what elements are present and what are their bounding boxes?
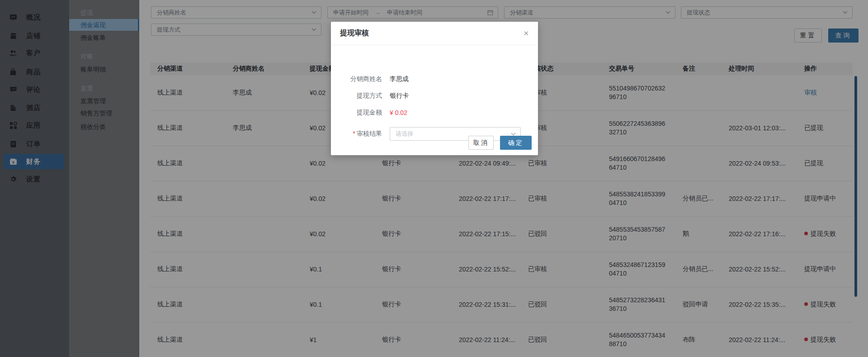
withdraw-method-value: 银行卡 <box>390 92 409 100</box>
distributor-name-label: 分销商姓名 <box>331 75 382 83</box>
withdraw-method-label: 提现方式 <box>331 92 382 100</box>
distributor-name-value: 李思成 <box>390 75 409 83</box>
close-icon[interactable]: ✕ <box>523 29 529 38</box>
chevron-down-icon <box>511 133 516 136</box>
withdraw-amount-label: 提现金额 <box>331 109 382 117</box>
audit-result-placeholder: 请选择 <box>396 130 413 138</box>
audit-result-label: *审核结果 <box>331 130 382 138</box>
cancel-button[interactable]: 取消 <box>468 136 494 150</box>
required-mark: * <box>353 130 355 137</box>
withdraw-amount-value: ¥ 0.02 <box>390 109 407 116</box>
withdraw-audit-modal: 提现审核 ✕ 分销商姓名 李思成 提现方式 银行卡 提现金额 ¥ 0.02 *审… <box>331 22 538 155</box>
confirm-button[interactable]: 确定 <box>500 136 532 150</box>
modal-title: 提现审核 <box>340 29 369 38</box>
